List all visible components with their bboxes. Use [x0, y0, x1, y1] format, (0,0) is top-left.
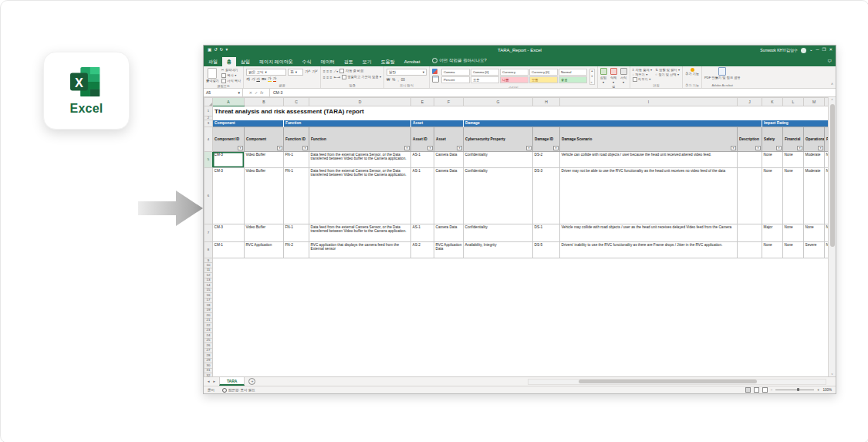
zoom-level[interactable]: 100% [822, 388, 832, 392]
cell[interactable]: FN-2 [284, 242, 309, 258]
collapse-ribbon-icon[interactable]: ˄ [831, 83, 833, 86]
cell[interactable]: AS-2 [411, 242, 434, 258]
style-comma0[interactable]: Comma [0] [471, 69, 499, 76]
row-header[interactable]: 4 [204, 127, 213, 152]
cell[interactable]: Data feed from the external Camera Senso… [309, 168, 411, 224]
accessibility-status[interactable]: 접근성: 조사 필요 [222, 388, 255, 393]
bold-button[interactable]: 가 [246, 78, 250, 82]
horizontal-align-buttons[interactable]: ≡≡≡ [323, 76, 333, 79]
filter-icon[interactable]: ▾ [277, 146, 282, 151]
empty-cell[interactable] [213, 373, 829, 376]
vertical-scroll-thumb[interactable] [830, 104, 835, 247]
header-safety[interactable]: Safety▾ [762, 127, 783, 152]
cell[interactable]: None [762, 168, 783, 224]
header-description[interactable]: Description▾ [738, 127, 762, 152]
cell[interactable]: Drivers' inability to use the RVC functi… [560, 242, 738, 258]
row-header[interactable]: 5 [204, 152, 213, 168]
grow-font-button[interactable]: 가˄ [305, 70, 310, 74]
column-header-g[interactable]: G [464, 98, 533, 106]
zoom-out-icon[interactable]: − [771, 388, 773, 392]
comments-icon[interactable]: 🗩 [828, 59, 833, 66]
clear-button[interactable]: 지우기 ▾ [633, 77, 653, 82]
cell[interactable]: Major [762, 224, 783, 242]
header-financial[interactable]: Financial▾ [783, 127, 804, 152]
cell[interactable]: FN-1 [284, 168, 309, 224]
number-format-select[interactable]: 일반▾ [387, 69, 427, 76]
qat-customize-icon[interactable]: ▾ [225, 48, 228, 52]
cell[interactable]: Confidentiality [464, 168, 533, 224]
tab-data[interactable]: 데이터 [316, 57, 339, 66]
row-header[interactable]: 1 [204, 106, 213, 116]
cell[interactable]: Driver may not be able to use the RVC fu… [560, 168, 738, 224]
fill-button[interactable]: ↓채우기 ▾ [633, 73, 653, 76]
cell[interactable]: Data feed from the external Camera Senso… [309, 224, 411, 242]
tab-file[interactable]: 파일 [204, 57, 222, 66]
style-comma[interactable]: Comma [441, 69, 470, 76]
shrink-font-button[interactable]: 가˅ [312, 70, 317, 74]
filter-icon[interactable]: ▾ [238, 146, 243, 151]
conditional-formatting-button[interactable] [432, 69, 439, 74]
sort-filter-button[interactable]: ⇅정렬 및 필터 ▾ [655, 69, 680, 72]
style-good[interactable]: 좋음 [559, 76, 587, 83]
filter-icon[interactable]: ▾ [731, 146, 736, 151]
tab-help[interactable]: 도움말 [377, 57, 400, 66]
filter-icon[interactable]: ▾ [302, 146, 308, 151]
cell[interactable]: Vehicle may collide with road objects / … [560, 224, 738, 242]
cell[interactable]: CM-3 [213, 168, 245, 224]
gallery-scroll-buttons[interactable]: ▲▼≡ [589, 69, 595, 85]
header-function[interactable]: Function▾ [309, 127, 411, 152]
header-damage-scenario[interactable]: Damage Scenario▾ [560, 127, 738, 152]
header-asset-id[interactable]: Asset ID▾ [411, 127, 434, 152]
close-icon[interactable]: ✕ [829, 48, 833, 52]
comma-style-button[interactable]: , [397, 78, 398, 82]
band-impact-rating[interactable]: Impact Rating [762, 120, 829, 127]
cell[interactable]: None [783, 168, 804, 224]
header-operational[interactable]: Operational▾ [804, 127, 825, 152]
vertical-scrollbar[interactable]: ˄ ˅ [828, 97, 836, 376]
tab-review[interactable]: 검토 [339, 57, 358, 66]
cell[interactable]: None [783, 152, 804, 168]
cell[interactable]: Severe [804, 242, 825, 258]
normal-view-icon[interactable] [745, 387, 751, 393]
tab-view[interactable]: 보기 [358, 57, 377, 66]
addins-button[interactable]: 추가 기능 [685, 67, 699, 76]
insert-cells-button[interactable]: 삽입▾ [600, 68, 607, 84]
accounting-format-button[interactable]: ₩ [387, 78, 390, 82]
filter-icon[interactable]: ▾ [553, 146, 559, 151]
cell[interactable]: Moderate [804, 152, 825, 168]
selected-cell-a5[interactable]: CM-3 [213, 152, 245, 168]
band-asset[interactable]: Asset [411, 120, 464, 127]
merge-center-button[interactable]: 병합하고 가운데 맞춤 ▾ [342, 75, 381, 79]
indent-buttons[interactable]: ⇤⇥ [334, 76, 340, 79]
filter-icon[interactable]: ▾ [755, 146, 761, 151]
save-icon[interactable]: ▣ [208, 48, 211, 52]
cell[interactable]: None [762, 152, 783, 168]
cell[interactable]: DS-3 [533, 168, 560, 224]
tab-formulas[interactable]: 수식 [298, 57, 316, 66]
tab-insert[interactable]: 삽입 [236, 57, 255, 66]
select-all-corner[interactable] [204, 98, 213, 106]
fill-color-button[interactable]: 가 [268, 77, 272, 82]
band-function[interactable]: Function [284, 120, 411, 127]
column-header-b[interactable]: B [245, 98, 284, 106]
cell[interactable]: DS-1 [533, 224, 560, 242]
cell[interactable]: Camera Data [434, 168, 464, 224]
cell[interactable]: AS-1 [411, 224, 434, 242]
column-header-e[interactable]: E [411, 98, 434, 106]
column-header-m[interactable]: M [804, 98, 825, 106]
style-standard[interactable]: 표준 [471, 76, 499, 83]
horizontal-scroll-thumb[interactable] [579, 380, 757, 383]
style-bad[interactable]: 나쁨 [500, 76, 529, 83]
copy-button[interactable]: 복사 ▾ [221, 73, 241, 78]
cell[interactable]: Camera Data [434, 152, 464, 168]
cell[interactable]: None [783, 242, 804, 258]
header-component[interactable]: Component▾ [245, 127, 284, 152]
column-header-k[interactable]: K [762, 98, 783, 106]
cell[interactable]: Vehicle can collide with road objects / … [560, 152, 738, 168]
header-component-id[interactable]: Component ID▾ [213, 127, 245, 152]
font-name-select[interactable]: 맑은 고딕▾ [246, 69, 286, 76]
column-header-f[interactable]: F [434, 98, 464, 106]
cut-button[interactable]: ✂잘라내기 [221, 69, 241, 72]
filter-icon[interactable]: ▾ [404, 146, 410, 151]
row-header[interactable]: 3 [204, 120, 213, 127]
